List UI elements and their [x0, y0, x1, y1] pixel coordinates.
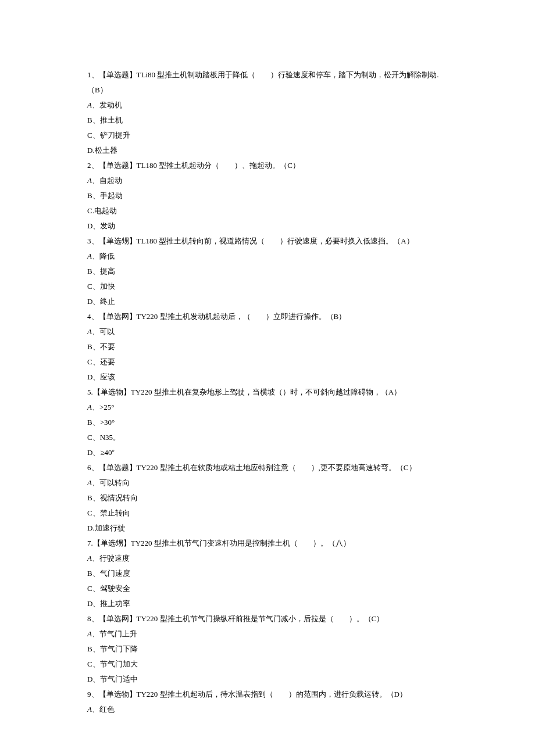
option-text: N35。 [100, 433, 120, 442]
option-separator: 、 [92, 675, 100, 683]
option-separator: 、 [92, 191, 100, 200]
option-line: B、推土机 [87, 113, 448, 128]
stem-prefix: 5.【单选物】TY220 型推土机在复杂地形上驾驶，当横坡（）时，不可斜向越过障… [87, 388, 401, 396]
blank-space [298, 539, 313, 547]
blank-space [219, 161, 234, 170]
stem-prefix: 6、【单选题】TY220 型推土机在软质地或粘土地应特别注意（ [87, 463, 296, 472]
option-separator: 、 [92, 599, 100, 608]
option-line: B、不要 [87, 339, 448, 354]
option-text: 红色 [99, 705, 115, 714]
option-text: 节气门适中 [100, 675, 138, 683]
option-separator: 、 [92, 297, 100, 306]
option-separator: 、 [92, 478, 99, 487]
option-label: A [87, 629, 92, 638]
option-text: 发动 [100, 221, 115, 230]
option-label: D [87, 675, 92, 683]
stem-suffix: ）。（C） [349, 614, 384, 623]
option-label: D [87, 599, 92, 608]
option-separator: 、 [92, 569, 100, 578]
option-text: >30° [100, 418, 115, 427]
option-line: B、提高 [87, 264, 448, 279]
option-separator: 、 [92, 418, 100, 427]
option-text: 终止 [100, 297, 115, 306]
option-label: C [87, 584, 92, 593]
option-text: >25° [99, 403, 115, 411]
option-separator: 、 [92, 116, 100, 124]
option-line: A、>25° [87, 400, 448, 415]
option-text: 手起动 [100, 191, 123, 200]
option-label: C [87, 131, 92, 139]
stem-prefix: 2、【单选题】TL180 型推土机起动分（ [87, 161, 219, 170]
option-text: 自起动 [99, 176, 122, 185]
question-stem: 3、【单选甥】TL180 型推土机转向前，视道路情况（ ）行驶速度，必要时换入低… [87, 234, 448, 249]
option-label: A [87, 101, 92, 109]
option-text: 电起动 [94, 206, 117, 215]
blank-space [334, 614, 349, 623]
option-separator: 、 [92, 252, 99, 260]
option-label: A [87, 176, 92, 185]
option-text: 视情况转向 [100, 493, 138, 502]
option-label: B [87, 342, 92, 351]
option-separator: 、 [92, 282, 100, 291]
option-line: A、行驶速度 [87, 551, 448, 566]
option-label: C [87, 206, 92, 215]
stem-suffix: ）、拖起动。（C） [234, 161, 300, 170]
option-text: 应该 [100, 372, 115, 381]
option-line: D、推上功率 [87, 596, 448, 611]
option-separator: 、 [92, 342, 100, 351]
question-stem: 7.【单选甥】TY220 型推土机节气门变速杆功用是控制推土机（ ）。（八） [87, 536, 448, 551]
option-separator: 、 [92, 372, 100, 381]
option-separator: 、 [92, 433, 100, 442]
option-separator: 、 [92, 554, 99, 562]
option-text: 推上功率 [100, 599, 130, 608]
option-separator: 、 [92, 629, 99, 638]
option-separator: 、 [92, 448, 100, 457]
option-line: D、≥40º [87, 445, 448, 460]
option-line: B、>30° [87, 415, 448, 430]
option-line: B、节气门下降 [87, 642, 448, 657]
option-text: 提高 [100, 267, 115, 275]
option-text: 节气门下降 [100, 644, 138, 653]
question-stem: 9、【单选物】TY220 型推土机起动后，待水温表指到（ ）的范围内，进行负载运… [87, 687, 448, 702]
option-label: A [87, 403, 92, 411]
option-label: D [87, 221, 92, 230]
option-label: B [87, 569, 92, 578]
option-text: 气门速度 [100, 569, 130, 578]
option-label: D [87, 448, 92, 457]
option-label: C [87, 508, 92, 517]
option-label: C [87, 357, 92, 366]
blank-space [265, 237, 280, 245]
stem-prefix: 7.【单选甥】TY220 型推土机节气门变速杆功用是控制推土机（ [87, 539, 298, 547]
option-separator: 、 [92, 176, 99, 185]
option-label: B [87, 644, 92, 653]
option-text: 禁止转向 [100, 508, 130, 517]
option-label: C [87, 660, 92, 668]
option-label: B [87, 116, 92, 124]
option-line: A、可以转向 [87, 475, 448, 490]
option-line: A、红色 [87, 702, 448, 717]
option-label: B [87, 267, 92, 275]
option-label: C [87, 433, 92, 442]
option-separator: 、 [92, 403, 99, 411]
question-stem: 5.【单选物】TY220 型推土机在复杂地形上驾驶，当横坡（）时，不可斜向越过障… [87, 385, 448, 400]
stem-prefix: 9、【单选物】TY220 型推土机起动后，待水温表指到（ [87, 690, 273, 698]
option-line: C、节气门加大 [87, 657, 448, 672]
option-label: D [87, 297, 92, 306]
option-label: D [87, 524, 92, 532]
stem-prefix: 3、【单选甥】TL180 型推土机转向前，视道路情况（ [87, 237, 265, 245]
question-stem: 8、【单选网】TY220 型推土机节气门操纵杆前推是节气门减小，后拉是（ ）。（… [87, 611, 448, 626]
option-line: C、加快 [87, 279, 448, 294]
option-line: C、N35。 [87, 430, 448, 445]
option-label: D [87, 146, 92, 155]
option-line: B、气门速度 [87, 566, 448, 581]
stem-suffix: ）,更不要原地高速转弯。（C） [311, 463, 416, 472]
question-stem: 1、【单选题】TLi80 型推土机制动踏板用于降低（ ）行验速度和停车，踏下为制… [87, 67, 448, 98]
option-line: D、应该 [87, 370, 448, 385]
stem-prefix: 4、【单选网】TY220 型推土机发动机起动后，（ [87, 312, 251, 321]
option-separator: 、 [92, 493, 100, 502]
option-text: 可以 [99, 327, 115, 336]
option-text: 行驶速度 [99, 554, 130, 562]
option-line: A、节气门上升 [87, 626, 448, 642]
option-text: 发动机 [99, 101, 122, 109]
blank-space [255, 70, 270, 79]
